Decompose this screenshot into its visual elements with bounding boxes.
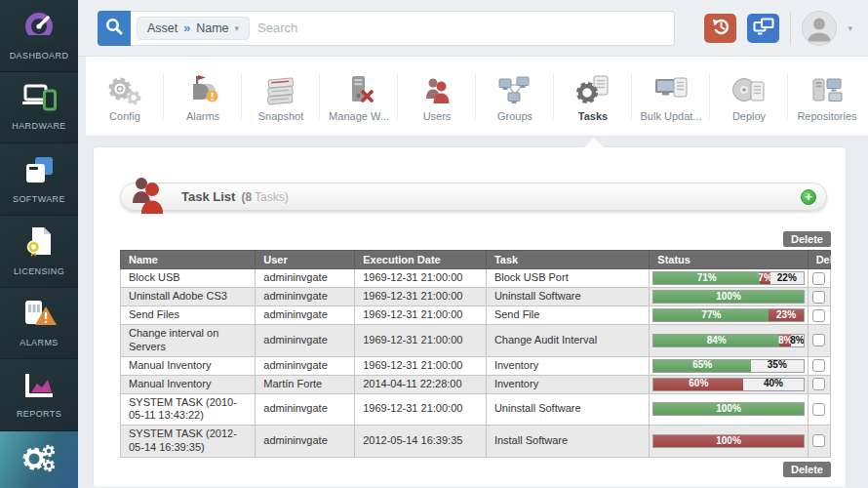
row-checkbox[interactable] <box>812 359 825 372</box>
history-button[interactable] <box>704 14 736 43</box>
table-header-row: Name User Execution Date Task Status Del <box>121 251 831 269</box>
cell-date: 1969-12-31 21:00:00 <box>355 269 487 288</box>
toolbar-item-alarms[interactable]: Alarms <box>164 57 242 136</box>
column-header-user[interactable]: User <box>256 251 355 269</box>
column-header-task[interactable]: Task <box>486 251 649 269</box>
sidebar-settings-button[interactable] <box>0 431 78 488</box>
row-checkbox[interactable] <box>812 378 825 390</box>
table-row[interactable]: SYSTEM TASK (2010-05-11 13:43:22) admini… <box>121 393 831 426</box>
screens-icon <box>753 18 774 38</box>
software-windows-icon <box>23 155 55 189</box>
toolbar-item-label: Deploy <box>732 110 766 122</box>
cell-date: 1969-12-31 21:00:00 <box>355 325 487 357</box>
table-row[interactable]: Manual Inventory Martín Forte 2014-04-11… <box>121 375 831 393</box>
table-row[interactable]: Manual Inventory admininvgate 1969-12-31… <box>121 356 831 375</box>
row-checkbox[interactable] <box>812 309 825 322</box>
table-row[interactable]: Block USB admininvgate 1969-12-31 21:00:… <box>121 269 831 288</box>
mailbox-alert-icon <box>184 71 221 106</box>
search-scope-dropdown[interactable]: Asset » Name ▾ <box>137 17 250 40</box>
cell-task: Inventory <box>486 356 649 375</box>
cell-user: admininvgate <box>256 426 355 458</box>
cell-date: 1969-12-31 21:00:00 <box>355 306 487 325</box>
search-scope: Asset <box>147 21 178 35</box>
row-checkbox[interactable] <box>812 272 825 285</box>
table-row[interactable]: Uninstall Adobe CS3 admininvgate 1969-12… <box>121 288 831 306</box>
column-header-name[interactable]: Name <box>121 251 256 269</box>
sidebar-item-alarms[interactable]: ALARMS <box>0 288 78 360</box>
user-menu-caret-icon[interactable]: ▾ <box>848 23 852 33</box>
bulk-update-icon <box>652 71 690 106</box>
toolbar-item-label: Snapshot <box>258 110 303 122</box>
progress-segment: 35% <box>751 360 804 372</box>
table-row[interactable]: SYSTEM TASK (2012-05-14 16:39:35) admini… <box>121 426 831 458</box>
table-row[interactable]: Send Files admininvgate 1969-12-31 21:00… <box>121 306 831 325</box>
progress-bar: 65%35% <box>652 359 804 373</box>
app-window: DASHBOARD HARDWARE SOFTWARE <box>0 0 868 488</box>
progress-segment: 100% <box>653 291 803 303</box>
cell-task: Install Software <box>486 426 649 458</box>
settings-gears-icon <box>20 442 59 477</box>
toolbar-item-label: Manage W... <box>329 110 389 122</box>
main-area: Asset » Name ▾ <box>78 0 868 488</box>
add-task-button[interactable]: + <box>801 189 816 205</box>
cell-date: 1969-12-31 21:00:00 <box>355 393 487 426</box>
cell-user: admininvgate <box>256 306 355 325</box>
sidebar-item-software[interactable]: SOFTWARE <box>0 143 78 216</box>
row-checkbox[interactable] <box>812 334 825 346</box>
progress-bar: 100% <box>652 434 804 448</box>
toolbar-item-config[interactable]: Config <box>86 57 164 136</box>
tasks-gear-doc-icon <box>574 71 612 106</box>
toolbar-item-repositories[interactable]: Repositories <box>788 57 866 136</box>
row-checkbox[interactable] <box>812 291 825 304</box>
sidebar-item-hardware[interactable]: HARDWARE <box>0 72 78 144</box>
toolbar-item-manage-workstations[interactable]: Manage W... <box>320 57 398 136</box>
chevron-down-icon: ▾ <box>235 23 240 33</box>
progress-segment: 65% <box>653 360 751 372</box>
cell-name: SYSTEM TASK (2010-05-11 13:43:22) <box>121 393 256 426</box>
user-avatar[interactable] <box>802 11 837 46</box>
toolbar-item-label: Repositories <box>797 110 856 122</box>
remote-screens-button[interactable] <box>747 14 779 43</box>
row-checkbox[interactable] <box>812 403 825 416</box>
delete-button-bottom[interactable]: Delete <box>783 462 831 477</box>
alarms-warning-icon <box>21 299 58 333</box>
toolbar-item-groups[interactable]: Groups <box>476 57 554 136</box>
search-box: Asset » Name ▾ <box>131 11 675 46</box>
toolbar-item-tasks[interactable]: Tasks <box>554 57 632 136</box>
task-table-area: Delete Name User Execution Date <box>120 231 831 477</box>
panel-title: Task List <box>181 189 235 204</box>
toolbar-item-bulk-update[interactable]: Bulk Updat... <box>632 57 710 136</box>
search-input[interactable] <box>257 20 674 35</box>
table-row[interactable]: Change interval on Servers admininvgate … <box>121 325 831 357</box>
toolbar-item-users[interactable]: Users <box>398 57 476 136</box>
toolbar-item-label: Users <box>423 110 452 122</box>
progress-bar: 77%23% <box>652 308 804 322</box>
toolbar-item-deploy[interactable]: Deploy <box>710 57 788 136</box>
task-list-header: Task List (8 Tasks) + <box>120 183 827 211</box>
toolbar-item-label: Config <box>109 110 140 122</box>
cell-user: admininvgate <box>256 356 355 375</box>
column-header-status[interactable]: Status <box>650 251 808 269</box>
deploy-disc-icon <box>730 71 768 106</box>
toolbar-item-snapshot[interactable]: Snapshot <box>242 57 320 136</box>
delete-button-top[interactable]: Delete <box>783 231 831 247</box>
progress-segment: 100% <box>653 435 803 447</box>
cell-name: Manual Inventory <box>121 356 256 375</box>
sidebar-item-reports[interactable]: REPORTS <box>0 359 78 431</box>
search-field: Name <box>196 21 228 35</box>
column-header-execution-date[interactable]: Execution Date <box>355 251 487 269</box>
sidebar-item-dashboard[interactable]: DASHBOARD <box>0 0 78 72</box>
hardware-devices-icon <box>20 83 58 116</box>
cell-name: Change interval on Servers <box>121 325 256 357</box>
row-checkbox[interactable] <box>812 434 825 447</box>
delete-row-bottom: Delete <box>120 462 831 477</box>
sidebar-item-licensing[interactable]: LICENSING <box>0 216 78 288</box>
toolbar-item-label: Bulk Updat... <box>641 110 702 122</box>
cell-task: Send File <box>486 306 649 325</box>
sidebar-item-label: LICENSING <box>14 266 64 276</box>
search-button[interactable] <box>98 11 131 46</box>
progress-segment: 23% <box>769 309 803 321</box>
cell-name: Send Files <box>121 306 256 325</box>
topbar-divider <box>790 12 791 45</box>
cell-name: Block USB <box>121 269 256 288</box>
